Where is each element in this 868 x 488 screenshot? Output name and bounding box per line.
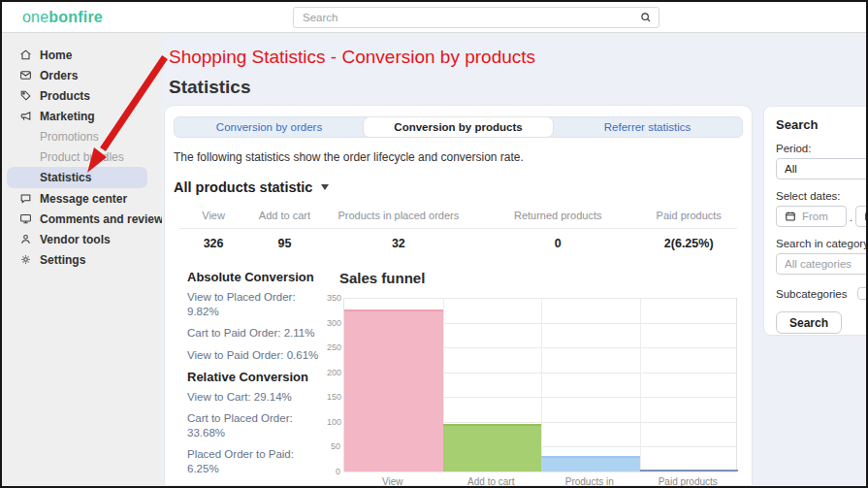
date-separator: . bbox=[850, 206, 852, 223]
stats-table: ViewAdd to cartProducts in placed orders… bbox=[174, 210, 743, 250]
x-axis-label: View bbox=[343, 476, 442, 487]
date-to-input[interactable] bbox=[855, 206, 868, 227]
page-title: Statistics bbox=[169, 77, 866, 98]
sidebar: HomeOrdersProductsMarketingPromotionsPro… bbox=[2, 33, 162, 486]
table-cell: 326 bbox=[174, 237, 253, 250]
x-axis-label: Paid products bbox=[639, 476, 738, 487]
category-input[interactable]: All categories bbox=[776, 253, 868, 275]
sidebar-item-comments-and-reviews[interactable]: Comments and reviews bbox=[2, 209, 162, 229]
sidebar-item-vendor-tools[interactable]: Vendor tools bbox=[2, 229, 162, 249]
y-axis-tick: 50 bbox=[327, 441, 340, 451]
sidebar-item-home[interactable]: Home bbox=[2, 45, 162, 65]
funnel-bar-view bbox=[344, 309, 443, 472]
y-axis-tick: 250 bbox=[327, 342, 340, 352]
conversion-item: Placed Order to Paid: 6.25% bbox=[187, 447, 327, 476]
marketing-icon bbox=[19, 110, 32, 122]
search-submit-button[interactable]: Search bbox=[776, 311, 842, 334]
category-separator bbox=[541, 298, 542, 472]
annotation-text: Shopping Statistics - Conversion by prod… bbox=[169, 47, 866, 68]
y-axis-tick: 200 bbox=[327, 368, 340, 377]
category-label: Search in category bbox=[776, 238, 868, 249]
global-search bbox=[293, 7, 659, 28]
sales-funnel-plot bbox=[343, 298, 737, 472]
sidebar-item-message-center[interactable]: Message center bbox=[2, 188, 162, 209]
sidebar-item-label: Home bbox=[40, 49, 72, 62]
logo-suffix: bonfire bbox=[48, 9, 103, 25]
chevron-down-icon bbox=[321, 184, 329, 190]
sidebar-item-label: Message center bbox=[40, 192, 127, 206]
logo-prefix: one bbox=[22, 9, 48, 25]
sidebar-item-statistics[interactable]: Statistics bbox=[7, 167, 147, 188]
funnel-bar-products-in bbox=[541, 456, 640, 472]
y-axis-tick: 0 bbox=[327, 467, 340, 476]
conversion-item: View to Paid Order: 0.61% bbox=[187, 348, 327, 363]
funnel-bar-paid-products bbox=[640, 470, 739, 472]
conversion-heading: Absolute Conversion bbox=[187, 270, 327, 284]
conversion-heading: Refund Statistics bbox=[187, 484, 327, 488]
table-cell: 95 bbox=[253, 237, 316, 250]
main-area: Shopping Statistics - Conversion by prod… bbox=[162, 33, 866, 486]
gridline bbox=[344, 298, 736, 299]
settings-icon bbox=[19, 253, 32, 266]
stats-table-header-row: ViewAdd to cartProducts in placed orders… bbox=[174, 210, 743, 221]
column-header: Add to cart bbox=[253, 210, 316, 221]
description-text: The following statistics show the order … bbox=[174, 150, 743, 164]
period-label: Period: bbox=[776, 143, 868, 154]
products-statistic-dropdown[interactable]: All products statistic bbox=[174, 179, 329, 195]
comments-icon bbox=[19, 212, 32, 225]
sidebar-item-label: Vendor tools bbox=[40, 233, 111, 246]
logo[interactable]: onebonfire bbox=[22, 9, 103, 26]
tab-bar: Conversion by ordersConversion by produc… bbox=[174, 116, 743, 138]
sidebar-item-label: Marketing bbox=[40, 110, 95, 123]
funnel-bar-add-to-cart bbox=[443, 424, 542, 472]
sidebar-item-product-bundles[interactable]: Product bundles bbox=[2, 146, 162, 167]
column-header: Paid products bbox=[634, 210, 743, 221]
dates-label: Select dates: bbox=[776, 190, 868, 202]
category-separator bbox=[640, 298, 641, 472]
y-axis-tick: 150 bbox=[327, 392, 340, 402]
table-cell: 2(6.25%) bbox=[634, 237, 743, 250]
sidebar-item-label: Orders bbox=[40, 69, 78, 82]
calendar-icon bbox=[785, 211, 796, 222]
sidebar-item-promotions[interactable]: Promotions bbox=[2, 126, 162, 146]
conversion-item: View to Placed Order: 9.82% bbox=[187, 290, 327, 319]
stats-table-value-row: 326953202(6.25%) bbox=[174, 237, 743, 250]
period-value: All bbox=[785, 163, 797, 175]
statistics-card: Conversion by ordersConversion by produc… bbox=[164, 105, 753, 485]
sales-funnel-chart: 050100150200250300350ViewAdd to cartProd… bbox=[327, 286, 743, 486]
sidebar-item-marketing[interactable]: Marketing bbox=[2, 106, 162, 126]
table-cell: 0 bbox=[481, 237, 634, 250]
column-header: Returned products bbox=[481, 210, 634, 221]
conversion-item: Cart to Paid Order: 2.11% bbox=[187, 326, 327, 341]
section-title: All products statistic bbox=[174, 179, 312, 195]
app-window: onebonfire HomeOrdersProductsMarketingPr… bbox=[0, 0, 868, 488]
conversion-panels: Absolute ConversionView to Placed Order:… bbox=[187, 270, 327, 488]
tab-conversion-by-products[interactable]: Conversion by products bbox=[364, 117, 553, 137]
sidebar-item-label: Products bbox=[40, 89, 90, 103]
orders-icon bbox=[19, 69, 32, 81]
sidebar-item-label: Statistics bbox=[40, 171, 91, 184]
conversion-heading: Relative Conversion bbox=[187, 370, 327, 384]
sidebar-item-products[interactable]: Products bbox=[2, 85, 162, 106]
period-select[interactable]: All bbox=[776, 158, 868, 179]
x-axis-label: Products in bbox=[540, 476, 639, 487]
chart-title: Sales funnel bbox=[339, 270, 743, 286]
date-range: From . bbox=[776, 202, 868, 227]
sidebar-item-label: Product bundles bbox=[40, 150, 124, 164]
message-icon bbox=[19, 192, 32, 205]
sidebar-item-label: Promotions bbox=[40, 130, 99, 144]
sidebar-item-settings[interactable]: Settings bbox=[2, 249, 162, 270]
tab-conversion-by-orders[interactable]: Conversion by orders bbox=[175, 117, 364, 137]
calendar-icon bbox=[864, 211, 868, 222]
chart-column: Sales funnel 050100150200250300350ViewAd… bbox=[327, 270, 743, 488]
tab-referrer-statistics[interactable]: Referrer statistics bbox=[553, 117, 742, 137]
date-from-placeholder: From bbox=[802, 211, 828, 222]
search-icon[interactable] bbox=[639, 11, 653, 24]
column-header: View bbox=[174, 210, 253, 221]
sidebar-item-orders[interactable]: Orders bbox=[2, 65, 162, 85]
vendor-icon bbox=[19, 233, 32, 245]
date-from-input[interactable]: From bbox=[776, 206, 847, 227]
search-input[interactable] bbox=[293, 7, 659, 28]
sidebar-item-label: Comments and reviews bbox=[40, 212, 170, 226]
subcategories-checkbox[interactable] bbox=[857, 287, 868, 300]
